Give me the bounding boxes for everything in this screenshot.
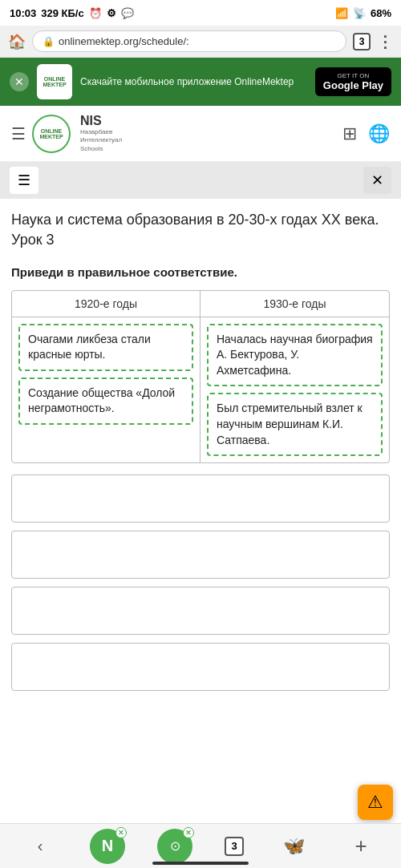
warning-fab-button[interactable]: ⚠ (358, 785, 393, 820)
n-icon: N (102, 837, 113, 855)
alarm-icon: ⏰ (89, 7, 102, 19)
header-left: ☰ ONLINE MEKTEP NIS Назарбаев Интеллекту… (11, 114, 122, 153)
banner-close-button[interactable]: ✕ (10, 72, 29, 91)
answer-boxes (11, 474, 390, 691)
wifi-icon: 📶 (335, 7, 348, 19)
lesson-title: Наука и система образования в 20-30-х го… (11, 210, 390, 250)
col2-body: Началась научная биография А. Бектурова,… (200, 317, 389, 463)
banner-text: Скачайте мобильное приложение OnlineMekt… (80, 75, 307, 89)
warning-icon: ⚠ (367, 792, 383, 813)
n-button[interactable]: N ✕ (90, 829, 125, 864)
matching-table: 1920-е годы 1930-е годы Очагами ликбеза … (11, 290, 390, 464)
settings-icon: ⚙ (107, 7, 116, 19)
time: 10:03 (10, 7, 36, 19)
matching-header: 1920-е годы 1930-е годы (12, 291, 389, 317)
home-icon[interactable]: 🏠 (8, 33, 26, 50)
url-text: onlinemektep.org/schedule/: (59, 35, 189, 47)
col1-header: 1920-е годы (12, 291, 200, 317)
toolbar-strip: ☰ ✕ (0, 162, 401, 199)
address-bar[interactable]: 🔒 onlinemektep.org/schedule/: (32, 30, 346, 52)
banner-logo: ONLINE MEKTEP (37, 64, 72, 99)
col2-header: 1930-е годы (200, 291, 389, 317)
google-play-button[interactable]: GET IT ON Google Play (315, 67, 391, 96)
answer-box-2[interactable] (11, 531, 390, 579)
grid-icon[interactable]: ⊞ (342, 123, 357, 144)
tab-count-badge[interactable]: 3 (353, 33, 371, 50)
site-header: ☰ ONLINE MEKTEP NIS Назарбаев Интеллекту… (0, 106, 401, 162)
plus-button[interactable]: + (343, 829, 379, 864)
answer-box-1[interactable] (11, 474, 390, 523)
nis-subtitle: Назарбаев Интеллектуал Schools (80, 128, 122, 153)
emoji-button[interactable]: 🦋 (276, 829, 311, 864)
whatsapp-icon: 💬 (121, 7, 134, 19)
status-bar: 10:03 329 КБ/с ⏰ ⚙ 💬 📶 📡 68% (0, 0, 401, 26)
toolbar-menu-button[interactable]: ☰ (10, 167, 38, 194)
status-right: 📶 📡 68% (335, 7, 391, 19)
language-icon[interactable]: 🌐 (368, 123, 390, 144)
hamburger-icon[interactable]: ☰ (11, 124, 26, 143)
app-badge: ✕ (183, 827, 194, 838)
battery-label: 68% (371, 7, 391, 19)
col2-item-1[interactable]: Началась научная биография А. Бектурова,… (207, 324, 383, 387)
google-play-label: GET IT ON (338, 72, 370, 79)
n-badge: ✕ (115, 827, 127, 838)
home-indicator (152, 862, 249, 865)
back-button[interactable]: ‹ (22, 829, 58, 864)
browser-bar: 🏠 🔒 onlinemektep.org/schedule/: 3 ⋮ (0, 26, 401, 58)
status-left: 10:03 329 КБ/с ⏰ ⚙ 💬 (10, 7, 134, 19)
col2-item-2[interactable]: Был стремительный взлет к научным вершин… (207, 393, 383, 456)
header-right: ⊞ 🌐 (342, 123, 390, 144)
col1-body: Очагами ликбеза стали красные юрты. Созд… (12, 317, 200, 463)
active-app-button[interactable]: ⊙ ✕ (157, 829, 192, 864)
tab-nav-badge[interactable]: 3 (225, 837, 244, 856)
col1-item-2[interactable]: Создание общества «Долой неграмотность». (18, 377, 193, 425)
answer-box-3[interactable] (11, 587, 390, 635)
app-banner: ✕ ONLINE MEKTEP Скачайте мобильное прило… (0, 58, 401, 106)
app-icon: ⊙ (170, 838, 180, 854)
task-instruction: Приведи в правильное соответствие. (11, 265, 390, 279)
main-content: Наука и система образования в 20-30-х го… (0, 199, 401, 710)
signal-icon: 📡 (353, 7, 366, 19)
lock-icon: 🔒 (43, 36, 55, 47)
online-mektep-logo: ONLINE MEKTEP (32, 115, 71, 153)
nis-logo: NIS Назарбаев Интеллектуал Schools (80, 114, 122, 153)
matching-body: Очагами ликбеза стали красные юрты. Созд… (12, 317, 389, 463)
toolbar-close-button[interactable]: ✕ (363, 167, 391, 194)
col1-item-1[interactable]: Очагами ликбеза стали красные юрты. (18, 324, 193, 371)
answer-box-4[interactable] (11, 643, 390, 691)
network-speed: 329 КБ/с (41, 7, 83, 19)
more-icon[interactable]: ⋮ (377, 32, 393, 51)
google-play-brand: Google Play (323, 79, 383, 91)
